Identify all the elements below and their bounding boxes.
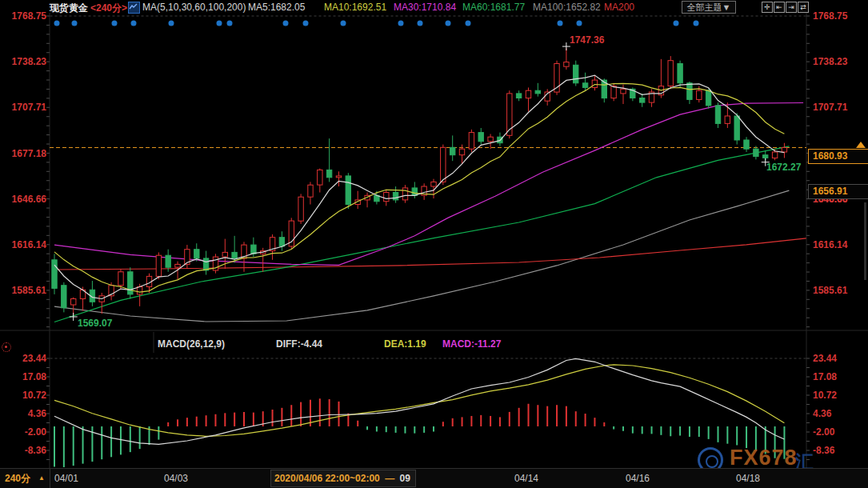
macd-axis-label-right: 4.36 bbox=[813, 408, 831, 419]
price-axis-label-left: 1646.66 bbox=[12, 194, 46, 205]
price-axis-label-left: 1585.61 bbox=[12, 285, 46, 296]
highlighted-date-range: 2020/04/06 22:00~02:00 — 09 bbox=[270, 470, 416, 487]
macd-axis-label-right: 23.44 bbox=[813, 353, 837, 364]
highlight-day-tick: 09 bbox=[399, 473, 410, 484]
date-tick: 04/14 bbox=[514, 473, 538, 484]
macd-axis-label-left: -2.00 bbox=[25, 426, 46, 438]
date-tick: 04/16 bbox=[626, 473, 650, 484]
price-axis-label-right: 1768.75 bbox=[813, 10, 847, 22]
macd-diff-value: DIFF:-4.44 bbox=[276, 338, 322, 350]
interval-selector[interactable]: 240分 bbox=[5, 472, 30, 486]
interval-up-arrow-icon[interactable]: ▲ bbox=[38, 474, 45, 482]
macd-axis-label-right: 10.72 bbox=[813, 390, 837, 401]
price-axis-label-right: 1585.61 bbox=[813, 285, 847, 296]
price-axis-label-right: 1707.71 bbox=[813, 102, 847, 113]
macd-axis-label-right: -8.36 bbox=[813, 445, 834, 456]
axis-divider bbox=[50, 469, 50, 488]
date-tick: 04/03 bbox=[164, 473, 188, 484]
chart-canvas[interactable] bbox=[0, 0, 868, 488]
high-price-label: 1747.36 bbox=[570, 34, 604, 46]
macd-axis-label-right: -2.00 bbox=[813, 426, 834, 438]
macd-axis-label-left: 23.44 bbox=[22, 353, 46, 364]
price-axis-label-right: 1738.23 bbox=[813, 56, 847, 67]
price-axis-label-left: 1677.18 bbox=[12, 148, 46, 159]
price-axis-label-left: 1768.75 bbox=[12, 10, 46, 22]
macd-axis-label-right: 17.08 bbox=[813, 371, 837, 382]
macd-axis-label-left: 17.08 bbox=[22, 371, 46, 382]
date-tick: 04/18 bbox=[736, 473, 760, 484]
trading-app: 现货黄金 <240分> MA(5,10,30,60,100,200) MA5:1… bbox=[0, 0, 868, 488]
last-price-tag: 1680.93 bbox=[808, 149, 868, 164]
scroll-up-arrow-icon[interactable] bbox=[856, 142, 866, 148]
highlight-dash: — bbox=[382, 473, 397, 484]
macd-axis-label-left: 4.36 bbox=[28, 408, 46, 419]
macd-axis-label-left: 10.72 bbox=[22, 390, 46, 401]
macd-title: MACD(26,12,9) bbox=[158, 338, 225, 350]
recent-low-label: 1672.27 bbox=[766, 162, 801, 173]
price-axis-label-left: 1738.23 bbox=[12, 56, 46, 67]
date-tick: 04/01 bbox=[54, 473, 78, 484]
price-axis-label-left: 1707.71 bbox=[12, 102, 46, 113]
price-axis-label-right: 1616.14 bbox=[813, 239, 847, 250]
macd-axis-label-left: -8.36 bbox=[25, 445, 46, 456]
price-axis-label-left: 1616.14 bbox=[12, 239, 46, 250]
time-axis: 240分 ▲ 04/0104/0304/1404/1604/18 2020/04… bbox=[0, 468, 868, 488]
secondary-price-tag: 1656.91 bbox=[808, 184, 868, 199]
low-price-label: 1569.07 bbox=[78, 318, 112, 329]
macd-dea-value: DEA:1.19 bbox=[384, 338, 426, 350]
macd-value: MACD:-11.27 bbox=[442, 338, 501, 350]
indicator-settings-icon[interactable] bbox=[2, 342, 11, 352]
watermark-fx678: FX678 bbox=[730, 446, 798, 470]
highlight-date-text: 2020/04/06 22:00~02:00 bbox=[274, 473, 380, 484]
